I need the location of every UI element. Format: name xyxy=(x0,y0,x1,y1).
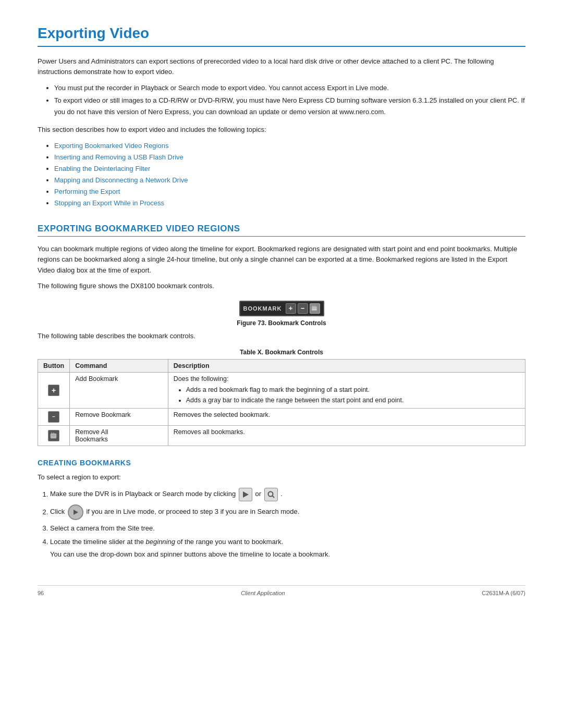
removeall-bookmark-command: Remove AllBookmarks xyxy=(70,425,168,446)
removeall-bookmark-cell xyxy=(38,425,70,446)
playback-icon xyxy=(239,488,252,501)
bookmark-controls-table: Button Command Description + Add Bookmar… xyxy=(38,359,525,446)
remove-bookmark-description: Removes the selected bookmark. xyxy=(168,408,525,425)
search-icon xyxy=(264,488,278,501)
intro-bullet-2: To export video or still images to a CD-… xyxy=(54,95,525,118)
toc-item-3[interactable]: Enabling the Deinterlacing Filter xyxy=(54,163,525,175)
toc-item-4[interactable]: Mapping and Disconnecting a Network Driv… xyxy=(54,175,525,186)
svg-marker-11 xyxy=(74,510,78,515)
table-row-add: + Add Bookmark Does the following: Adds … xyxy=(38,372,525,408)
toc-item-1[interactable]: Exporting Bookmarked Video Regions xyxy=(54,140,525,152)
svg-point-9 xyxy=(268,492,273,497)
svg-rect-0 xyxy=(312,306,317,311)
footer-page-number: 96 xyxy=(38,590,44,596)
toc-item-6[interactable]: Stopping an Export While in Process xyxy=(54,198,525,209)
section1-para2: The following figure shows the DX8100 bo… xyxy=(38,281,525,291)
step4-before: Locate the timeline slider at the xyxy=(50,538,146,546)
remove-bookmark-cell: − xyxy=(38,408,70,425)
step-3: Select a camera from the Site tree. xyxy=(50,523,525,534)
removeall-bookmark-btn[interactable] xyxy=(310,303,320,314)
add-bullet-1: Adds a red bookmark flag to mark the beg… xyxy=(186,385,520,395)
remove-bookmark-command: Remove Bookmark xyxy=(70,408,168,425)
add-bookmark-icon: + xyxy=(48,385,59,396)
intro-paragraph: Power Users and Administrators can expor… xyxy=(38,56,525,77)
bookmark-controls-image: BOOKMARK + − xyxy=(239,301,324,316)
figure-caption: Figure 73. Bookmark Controls xyxy=(38,319,525,327)
table-header-description: Description xyxy=(168,359,525,372)
table-row-removeall: Remove AllBookmarks Removes all bookmark… xyxy=(38,425,525,446)
intro-bullets: You must put the recorder in Playback or… xyxy=(54,82,525,118)
table-row-remove: − Remove Bookmark Removes the selected b… xyxy=(38,408,525,425)
table-title: Table X. Bookmark Controls xyxy=(38,349,525,356)
bookmark-figure: BOOKMARK + − Figure 73. Bookmark Control… xyxy=(38,301,525,327)
add-bookmark-cell: + xyxy=(38,372,70,408)
table-header-button: Button xyxy=(38,359,70,372)
page-title: Exporting Video xyxy=(38,25,525,47)
table-description: The following table describes the bookma… xyxy=(38,331,525,341)
step-2: Click if you are in Live mode, or procee… xyxy=(50,504,525,520)
toc-item-5[interactable]: Performing the Export xyxy=(54,186,525,198)
bookmark-label: BOOKMARK xyxy=(243,305,282,312)
section2-intro: To select a region to export: xyxy=(38,472,525,483)
step4-note: You can use the drop-down box and spinne… xyxy=(50,549,525,560)
add-bookmark-command: Add Bookmark xyxy=(70,372,168,408)
add-bookmark-description: Does the following: Adds a red bookmark … xyxy=(168,372,525,408)
section1-heading: EXPORTING BOOKMARKED VIDEO REGIONS xyxy=(38,224,525,237)
table-header-command: Command xyxy=(70,359,168,372)
add-bullet-2: Adds a gray bar to indicate the range be… xyxy=(186,395,520,405)
section1-para1: You can bookmark multiple regions of vid… xyxy=(38,244,525,275)
remove-bookmark-btn[interactable]: − xyxy=(298,303,308,314)
page-footer: 96 Client Application C2631M-A (6/07) xyxy=(38,585,525,596)
remove-bookmark-icon: − xyxy=(48,411,59,423)
toc-list: Exporting Bookmarked Video Regions Inser… xyxy=(54,140,525,209)
step-4: Locate the timeline slider at the beginn… xyxy=(50,537,525,560)
intro-bullet-1: You must put the recorder in Playback or… xyxy=(54,82,525,94)
footer-center-text: Client Application xyxy=(241,590,285,596)
step4-after: of the range you want to bookmark. xyxy=(175,538,283,546)
svg-line-10 xyxy=(272,496,274,498)
toc-item-2[interactable]: Inserting and Removing a USB Flash Drive xyxy=(54,152,525,163)
play-icon xyxy=(68,504,83,520)
add-bookmark-bullets: Adds a red bookmark flag to mark the beg… xyxy=(186,385,520,405)
step4-italic: beginning xyxy=(146,538,175,546)
step-1: Make sure the DVR is in Playback or Sear… xyxy=(50,488,525,501)
steps-list: Make sure the DVR is in Playback or Sear… xyxy=(50,488,525,560)
removeall-bookmark-description: Removes all bookmarks. xyxy=(168,425,525,446)
toc-intro: This section describes how to export vid… xyxy=(38,125,525,135)
add-bookmark-btn[interactable]: + xyxy=(286,303,296,314)
section2-heading: CREATING BOOKMARKS xyxy=(38,459,525,467)
removeall-bookmark-icon xyxy=(48,430,59,441)
footer-doc-id: C2631M-A (6/07) xyxy=(482,590,525,596)
